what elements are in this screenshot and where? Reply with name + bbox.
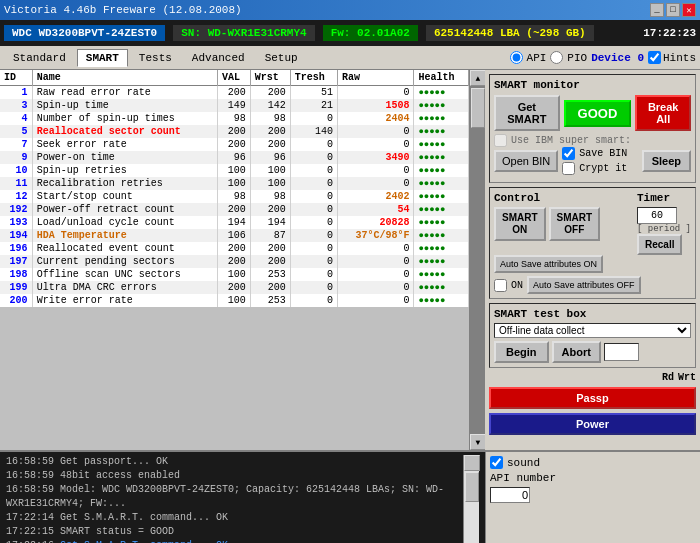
cell-name: Recalibration retries	[32, 177, 217, 190]
cell-name: Load/unload cycle count	[32, 216, 217, 229]
rd-label: Rd	[662, 372, 674, 383]
cell-raw: 0	[338, 242, 414, 255]
cell-wrst: 98	[250, 112, 290, 125]
api-number-label: API number	[490, 472, 556, 484]
menu-tests[interactable]: Tests	[130, 49, 181, 67]
scroll-thumb[interactable]	[471, 88, 485, 128]
cell-val: 200	[218, 203, 251, 216]
crypt-it-checkbox[interactable]	[562, 162, 575, 175]
api-radio[interactable]	[510, 51, 523, 64]
menu-standard[interactable]: Standard	[4, 49, 75, 67]
progress-indicator	[604, 343, 639, 361]
cell-wrst: 253	[250, 268, 290, 281]
sleep-button[interactable]: Sleep	[642, 150, 691, 172]
cell-wrst: 200	[250, 203, 290, 216]
cell-val: 100	[218, 177, 251, 190]
cell-name: Current pending sectors	[32, 255, 217, 268]
cell-health: ●●●●●	[414, 216, 469, 229]
col-raw: Raw	[338, 70, 414, 86]
scroll-down-button[interactable]: ▼	[470, 434, 486, 450]
get-smart-button[interactable]: Get SMART	[494, 95, 560, 131]
cell-tresh: 0	[290, 294, 337, 307]
table-row: 9 Power-on time 96 96 0 3490 ●●●●●	[0, 151, 469, 164]
abort-button[interactable]: Abort	[552, 341, 601, 363]
timer-value: 60	[637, 207, 677, 224]
table-row: 200 Write error rate 100 253 0 0 ●●●●●	[0, 294, 469, 307]
cell-val: 200	[218, 242, 251, 255]
sound-checkbox[interactable]	[490, 456, 503, 469]
menu-setup[interactable]: Setup	[256, 49, 307, 67]
cell-raw: 0	[338, 268, 414, 281]
menu-smart[interactable]: SMART	[77, 49, 128, 67]
log-scroll-thumb[interactable]	[465, 472, 479, 502]
cell-raw: 1508	[338, 99, 414, 112]
scroll-up-button[interactable]: ▲	[470, 70, 486, 86]
log-scroll-up[interactable]: ▲	[464, 455, 480, 471]
table-scrollbar[interactable]: ▲ ▼	[469, 70, 485, 450]
cell-tresh: 0	[290, 151, 337, 164]
cell-val: 200	[218, 138, 251, 151]
save-bin-checkbox[interactable]	[562, 147, 575, 160]
app-title: Victoria 4.46b Freeware (12.08.2008)	[4, 4, 242, 16]
smart-on-button[interactable]: SMARTON	[494, 207, 546, 241]
cell-tresh: 51	[290, 86, 337, 100]
on-checkbox[interactable]	[494, 279, 507, 292]
main-content: ID Name VAL Wrst Tresh Raw Health 1 Raw …	[0, 70, 700, 450]
cell-tresh: 0	[290, 229, 337, 242]
test-buttons-row: Begin Abort	[494, 341, 691, 363]
log-line: 16:58:59 Model: WDC WD3200BPVT-24ZEST0; …	[6, 483, 463, 511]
cell-tresh: 0	[290, 112, 337, 125]
log-text: Get S.M.A.R.T. command... OK	[60, 512, 228, 523]
menu-advanced[interactable]: Advanced	[183, 49, 254, 67]
open-bin-button[interactable]: Open BIN	[494, 150, 558, 172]
cell-val: 98	[218, 112, 251, 125]
table-row: 199 Ultra DMA CRC errors 200 200 0 0 ●●●…	[0, 281, 469, 294]
cell-name: Power-off retract count	[32, 203, 217, 216]
drive-firmware: Fw: 02.01A02	[323, 25, 418, 41]
cell-wrst: 200	[250, 86, 290, 100]
cell-raw: 0	[338, 164, 414, 177]
pio-radio[interactable]	[550, 51, 563, 64]
ibm-checkbox[interactable]	[494, 134, 507, 147]
smart-status-button[interactable]: GOOD	[564, 100, 632, 127]
cell-id: 196	[0, 242, 32, 255]
control-section: Control SMARTON SMARTOFF Timer 60 [ peri…	[489, 187, 696, 299]
minimize-button[interactable]: _	[650, 3, 664, 17]
cell-tresh: 0	[290, 216, 337, 229]
maximize-button[interactable]: □	[666, 3, 680, 17]
break-all-button[interactable]: Break All	[635, 95, 691, 131]
cell-tresh: 140	[290, 125, 337, 138]
api-number-input[interactable]: 0	[490, 487, 530, 503]
log-scrollbar[interactable]: ▲ ▼	[463, 455, 479, 543]
open-bin-row: Open BIN Save BIN Crypt it Sleep	[494, 147, 691, 175]
cell-health: ●●●●●	[414, 138, 469, 151]
table-row: 1 Raw read error rate 200 200 51 0 ●●●●●	[0, 86, 469, 100]
cell-name: Reallocated sector count	[32, 125, 217, 138]
log-line: 17:22:15 SMART status = GOOD	[6, 525, 463, 539]
log-scroll-track[interactable]	[464, 471, 479, 543]
cell-val: 96	[218, 151, 251, 164]
drive-name: WDC WD3200BPVT-24ZEST0	[4, 25, 165, 41]
auto-save-off-button[interactable]: Auto Save attributes OFF	[527, 276, 641, 294]
hints-checkbox[interactable]	[648, 51, 661, 64]
cell-tresh: 0	[290, 138, 337, 151]
cell-wrst: 87	[250, 229, 290, 242]
smart-table-scroll[interactable]: ID Name VAL Wrst Tresh Raw Health 1 Raw …	[0, 70, 469, 450]
scroll-track[interactable]	[470, 86, 485, 434]
smart-monitor: SMART monitor Get SMART GOOD Break All U…	[489, 74, 696, 183]
cell-wrst: 200	[250, 138, 290, 151]
power-button[interactable]: Power	[489, 413, 696, 435]
cell-health: ●●●●●	[414, 294, 469, 307]
cell-id: 194	[0, 229, 32, 242]
cell-health: ●●●●●	[414, 190, 469, 203]
close-button[interactable]: ✕	[682, 3, 696, 17]
auto-save-on-button[interactable]: Auto Save attributes ON	[494, 255, 603, 273]
test-box-title: SMART test box	[494, 308, 691, 320]
cell-raw: 0	[338, 255, 414, 268]
test-type-select[interactable]: Off-line data collect	[494, 323, 691, 338]
recall-button[interactable]: Recall	[637, 234, 682, 255]
passp-button[interactable]: Passp	[489, 387, 696, 409]
begin-button[interactable]: Begin	[494, 341, 549, 363]
cell-health: ●●●●●	[414, 164, 469, 177]
smart-off-button[interactable]: SMARTOFF	[549, 207, 601, 241]
